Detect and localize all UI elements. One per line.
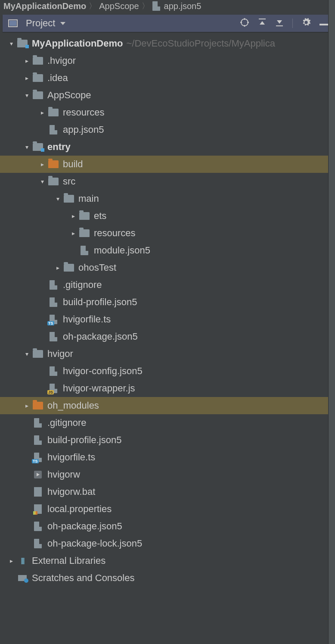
tree-label: module.json5 (94, 242, 150, 259)
tree-label: build (63, 156, 83, 173)
tree-file-root-ohpackagelock[interactable]: ▸ oh-package-lock.json5 (0, 535, 328, 552)
breadcrumb-root[interactable]: MyApplicationDemo (3, 1, 86, 11)
chevron-down-icon[interactable]: ▾ (22, 138, 32, 156)
folder-icon (63, 262, 75, 274)
json5-file-icon (47, 124, 59, 136)
minimize-icon[interactable] (319, 19, 328, 27)
chevron-right-icon[interactable]: ▸ (22, 52, 32, 69)
file-icon (32, 417, 44, 429)
chevron-right-icon[interactable]: ▸ (37, 104, 47, 121)
tree-file-hvigor-wrapper[interactable]: ▸ JS hvigor-wrapper.js (0, 380, 328, 397)
tree-folder-main-resources[interactable]: ▸ resources (0, 225, 328, 242)
tree-folder-main[interactable]: ▾ main (0, 190, 328, 207)
breadcrumb-leaf[interactable]: app.json5 (164, 1, 202, 11)
tree-label: src (63, 173, 75, 190)
breadcrumb: MyApplicationDemo 〉 AppScope 〉 app.json5 (0, 0, 335, 12)
toolbar-divider (292, 19, 293, 28)
chevron-right-icon[interactable]: ▸ (68, 207, 78, 225)
json5-file-icon (32, 434, 44, 446)
file-icon (47, 279, 59, 291)
tree-file-localprops[interactable]: ▸ local.properties (0, 500, 328, 518)
tree-label: External Libraries (32, 552, 105, 569)
tree-folder-idea[interactable]: ▸ .idea (0, 69, 328, 87)
chevron-down-icon[interactable]: ▾ (37, 173, 47, 190)
chevron-down-icon[interactable]: ▾ (22, 345, 32, 363)
tree-file-hvigor-config[interactable]: ▸ hvigor-config.json5 (0, 363, 328, 380)
tree-file-hvigorw[interactable]: ▸ hvigorw (0, 466, 328, 483)
tree-label: Scratches and Consoles (32, 569, 134, 587)
tree-label: hvigor (47, 345, 73, 363)
tree-label: hvigorw.bat (47, 483, 95, 500)
folder-icon (32, 348, 44, 360)
tree-folder-build[interactable]: ▸ build (0, 156, 328, 173)
json5-file-icon (47, 331, 59, 343)
tree-file-entry-gitignore[interactable]: ▸ .gitignore (0, 276, 328, 294)
folder-icon (32, 89, 44, 101)
expand-all-icon[interactable] (258, 18, 267, 29)
ts-file-icon: TS (32, 451, 44, 463)
breadcrumb-mid[interactable]: AppScope (99, 1, 139, 11)
svg-rect-1 (9, 21, 16, 26)
tree-label: .hvigor (47, 52, 76, 69)
tree-label: app.json5 (63, 121, 104, 138)
tree-label: hvigorfile.ts (47, 449, 95, 466)
chevron-right-icon[interactable]: ▸ (68, 225, 78, 242)
tree-label: entry (47, 138, 71, 156)
gear-icon[interactable] (301, 18, 311, 29)
tree-folder-entry[interactable]: ▾ entry (0, 138, 328, 156)
tree-folder-ets[interactable]: ▸ ets (0, 207, 328, 225)
tree-label: oh-package-lock.json5 (47, 535, 142, 552)
tree-file-entry-ohpackage[interactable]: ▸ oh-package.json5 (0, 328, 328, 345)
tree-file-root-hvigorfile[interactable]: ▸ TS hvigorfile.ts (0, 449, 328, 466)
tree-label: AppScope (47, 87, 91, 104)
module-folder-icon (16, 38, 28, 50)
tree-file-entry-hvigorfile[interactable]: ▸ TS hvigorfile.ts (0, 311, 328, 328)
tree-scratches[interactable]: ▸ Scratches and Consoles (0, 569, 328, 587)
tree-label: resources (94, 225, 136, 242)
text-file-icon (32, 486, 44, 498)
tree-file-appjson[interactable]: ▸ app.json5 (0, 121, 328, 138)
tree-folder-ohostest[interactable]: ▸ ohosTest (0, 259, 328, 276)
breadcrumb-sep: 〉 (89, 1, 96, 11)
chevron-right-icon[interactable]: ▸ (22, 397, 32, 414)
tree-file-root-ohpackage[interactable]: ▸ oh-package.json5 (0, 518, 328, 535)
view-selector[interactable]: Project (7, 17, 65, 29)
folder-icon (32, 55, 44, 67)
tree-label: ohosTest (78, 259, 116, 276)
chevron-down-icon[interactable]: ▾ (6, 35, 16, 52)
tree-label: .idea (47, 69, 68, 87)
tree-folder-src[interactable]: ▾ src (0, 173, 328, 190)
collapse-all-icon[interactable] (275, 18, 284, 29)
tree-project-root[interactable]: ▾ MyApplicationDemo ~/DevEcoStudioProjec… (0, 35, 328, 52)
tree-folder-hvigor[interactable]: ▾ hvigor (0, 345, 328, 363)
svg-marker-8 (260, 21, 265, 25)
tree-file-hvigorw-bat[interactable]: ▸ hvigorw.bat (0, 483, 328, 500)
chevron-down-icon[interactable]: ▾ (22, 87, 32, 104)
tree-file-modulejson[interactable]: ▸ module.json5 (0, 242, 328, 259)
tree-file-root-buildprofile[interactable]: ▸ build-profile.json5 (0, 431, 328, 449)
tree-folder-hvigor-dot[interactable]: ▸ .hvigor (0, 52, 328, 69)
tree-folder-appscope-resources[interactable]: ▸ resources (0, 104, 328, 121)
tree-external-libraries[interactable]: ▸ ||| External Libraries (0, 552, 328, 569)
json5-file-icon (78, 244, 90, 256)
locate-icon[interactable] (240, 18, 249, 29)
chevron-down-icon[interactable]: ▾ (53, 190, 63, 207)
chevron-right-icon[interactable]: ▸ (53, 259, 63, 276)
json5-file-icon (32, 538, 44, 550)
view-label: Project (26, 18, 55, 29)
chevron-right-icon[interactable]: ▸ (37, 156, 47, 173)
tree-folder-appscope[interactable]: ▾ AppScope (0, 87, 328, 104)
folder-icon (32, 72, 44, 84)
folder-icon (78, 210, 90, 222)
svg-rect-11 (319, 24, 328, 25)
chevron-right-icon[interactable]: ▸ (6, 552, 16, 569)
tree-file-entry-buildprofile[interactable]: ▸ build-profile.json5 (0, 294, 328, 311)
tree-file-root-gitignore[interactable]: ▸ .gitignore (0, 414, 328, 431)
folder-icon (63, 193, 75, 205)
json5-file-icon (152, 2, 161, 10)
tree-label: resources (63, 104, 105, 121)
tree-label: ets (94, 207, 106, 225)
tree-folder-ohmodules[interactable]: ▸ oh_modules (0, 397, 328, 414)
tree-label: oh-package.json5 (47, 518, 122, 535)
chevron-right-icon[interactable]: ▸ (22, 69, 32, 87)
